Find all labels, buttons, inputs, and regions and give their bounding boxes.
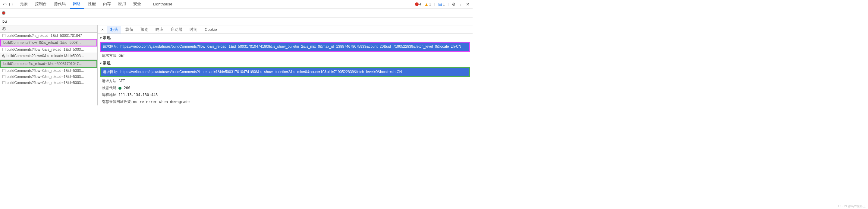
main-area: 称 buildComments?is_reload=1&id=500317010…: [0, 25, 472, 105]
inspect-icon[interactable]: ▭: [3, 2, 7, 6]
tab-elements[interactable]: 元素: [17, 0, 31, 9]
general-section-header-1[interactable]: 常规: [98, 34, 472, 42]
request-row[interactable]: buildComments?flow=0&is_reload=1&id=5003…: [0, 47, 97, 53]
tab-application[interactable]: 应用: [115, 0, 129, 9]
dtab-preview[interactable]: 预览: [137, 26, 151, 33]
dtab-headers[interactable]: 标头: [107, 26, 121, 33]
dtab-response[interactable]: 响应: [153, 26, 166, 33]
device-icon[interactable]: ▢: [9, 2, 13, 6]
request-row[interactable]: buildComments?flow=0&is_reload=1&id=5003…: [0, 38, 97, 47]
file-icon: [2, 34, 5, 37]
request-url-block-1: 请求网址: https://weibo.com/ajax/statuses/bu…: [100, 42, 470, 52]
close-detail-icon[interactable]: ×: [99, 27, 106, 32]
request-method-row-2: 请求方法:GET: [98, 78, 472, 84]
dtab-timing[interactable]: 时间: [187, 26, 200, 33]
filter-input[interactable]: [1, 19, 31, 24]
toolbar-right: 4 ▲1 | ▤1 | ⚙ ⋮ ✕: [415, 2, 471, 7]
column-header-name[interactable]: 称: [0, 25, 97, 33]
toolbar-left-icons: ▭ ▢: [1, 2, 14, 6]
dtab-payload[interactable]: 载荷: [122, 26, 136, 33]
more-icon[interactable]: ⋮: [459, 2, 463, 7]
settings-icon[interactable]: ⚙: [452, 2, 456, 7]
status-code-row: 状态代码: 200: [98, 84, 472, 92]
dtab-initiator[interactable]: 启动器: [167, 26, 185, 33]
warning-icon: ▲: [424, 2, 429, 7]
close-devtools-icon[interactable]: ✕: [466, 2, 470, 7]
url-value: https://weibo.com/ajax/statuses/buildCom…: [121, 44, 461, 49]
file-icon: [2, 69, 5, 72]
tab-security[interactable]: 安全: [130, 0, 144, 9]
file-icon: [2, 75, 5, 78]
url-label: 请求网址:: [103, 70, 118, 74]
detail-panel: × 标头 载荷 预览 响应 启动器 时间 Cookie 常规 请求网址: htt…: [98, 25, 472, 105]
referrer-policy-row: 引荐来源网址政策:no-referrer-when-downgrade: [98, 99, 472, 105]
file-icon: [2, 48, 5, 51]
url-value: https://weibo.com/ajax/statuses/buildCom…: [121, 70, 402, 74]
tab-lighthouse[interactable]: Lighthouse: [150, 0, 176, 8]
message-icon: ▤: [438, 2, 442, 7]
request-row[interactable]: buildComments?flow=0&is_reload=1&id=5003…: [0, 74, 97, 80]
tab-memory[interactable]: 内存: [100, 0, 114, 9]
dtab-cookies[interactable]: Cookie: [202, 26, 220, 33]
network-sub-toolbar: [0, 8, 472, 18]
request-list-panel: 称 buildComments?is_reload=1&id=500317010…: [0, 25, 98, 105]
url-label: 请求网址:: [103, 44, 118, 49]
request-url-block-2: 请求网址: https://weibo.com/ajax/statuses/bu…: [100, 67, 470, 77]
warning-badge[interactable]: ▲1: [424, 2, 431, 7]
error-badge[interactable]: 4: [415, 2, 421, 6]
record-icon[interactable]: [2, 11, 5, 15]
tab-console[interactable]: 控制台: [32, 0, 50, 9]
filter-row: [0, 18, 472, 25]
request-row[interactable]: buildComments?flow=0&is_reload=1&id=5003…: [0, 80, 97, 86]
error-icon: [415, 2, 418, 6]
message-badge[interactable]: ▤1: [438, 2, 445, 7]
tab-sources[interactable]: 源代码: [51, 0, 69, 9]
general-section-header-2[interactable]: 常规: [98, 59, 472, 67]
request-method-row-1: 请求方法:GET: [98, 52, 472, 59]
detail-tabs: × 标头 载荷 预览 响应 启动器 时间 Cookie: [98, 25, 472, 34]
tab-performance[interactable]: 性能: [85, 0, 99, 9]
devtools-main-toolbar: ▭ ▢ 元素 控制台 源代码 网络 性能 内存 应用 安全 Lighthouse…: [0, 0, 472, 8]
name-section-label: 名 buildComments?flow=0&is_reload=1&id=50…: [0, 53, 97, 60]
remote-address-row: 远程地址:111.13.134.130:443: [98, 92, 472, 99]
status-dot-icon: [119, 87, 121, 90]
request-row[interactable]: buildComments?is_reload=1&id=50031701047…: [0, 60, 97, 68]
request-row[interactable]: buildComments?is_reload=1&id=50031701047: [0, 33, 97, 38]
request-row[interactable]: buildComments?flow=0&is_reload=1&id=5003…: [0, 68, 97, 74]
devtools-tabs: 元素 控制台 源代码 网络 性能 内存 应用 安全: [17, 0, 144, 9]
file-icon: [2, 81, 5, 84]
tab-network[interactable]: 网络: [70, 0, 84, 9]
